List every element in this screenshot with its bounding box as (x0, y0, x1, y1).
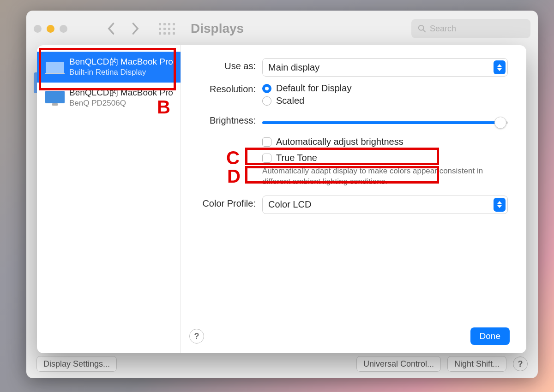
svg-point-0 (419, 25, 424, 30)
brightness-label: Brightness: (189, 113, 262, 126)
display-settings-button[interactable]: Display Settings... (36, 356, 117, 372)
window-title: Displays (191, 21, 244, 36)
universal-control-button[interactable]: Universal Control... (356, 356, 441, 372)
use-as-value: Main display (268, 62, 319, 73)
forward-icon[interactable] (131, 22, 140, 35)
auto-brightness-label: Automatically adjust brightness (276, 137, 403, 147)
search-input[interactable]: Search (411, 19, 530, 38)
annotation-label-d: D (227, 166, 241, 187)
done-button[interactable]: Done (470, 327, 510, 345)
stepper-icon (494, 60, 506, 74)
annotation-label-c: C (226, 148, 240, 168)
checkbox-unchecked-icon (262, 154, 271, 163)
color-profile-label: Color Profile: (189, 196, 262, 209)
resolution-scaled-label: Scaled (276, 95, 304, 106)
use-as-label: Use as: (189, 58, 262, 71)
toolbar: Displays Search (26, 11, 538, 47)
resolution-default-radio[interactable]: Default for Display (262, 83, 508, 94)
radio-unchecked-icon (262, 96, 271, 106)
search-icon (418, 24, 426, 33)
display-list: BenQLCD的 MacBook Pro Built-in Retina Dis… (37, 45, 181, 353)
resolution-scaled-radio[interactable]: Scaled (262, 95, 508, 106)
true-tone-description: Automatically adapt display to make colo… (262, 166, 508, 187)
display-settings-modal: BenQLCD的 MacBook Pro Built-in Retina Dis… (37, 45, 526, 353)
annotation-label-b: B (157, 97, 170, 118)
close-dot[interactable] (34, 25, 42, 33)
auto-brightness-checkbox[interactable]: Automatically adjust brightness (262, 137, 508, 147)
zoom-dot[interactable] (60, 25, 67, 33)
stepper-icon (494, 198, 506, 212)
true-tone-checkbox[interactable]: True Tone (262, 153, 508, 163)
laptop-icon (45, 59, 65, 73)
color-profile-value: Color LCD (268, 199, 311, 210)
display-item-builtin[interactable]: BenQLCD的 MacBook Pro Built-in Retina Dis… (37, 52, 181, 83)
display-item-title: BenQLCD的 MacBook Pro (69, 56, 173, 67)
search-placeholder: Search (430, 24, 456, 34)
brightness-slider[interactable] (262, 117, 508, 128)
resolution-label: Resolution: (189, 81, 262, 95)
svg-line-1 (423, 30, 426, 32)
settings-content: Use as: Main display Resolution: Default… (181, 45, 526, 353)
show-all-icon[interactable] (159, 23, 175, 35)
night-shift-button[interactable]: Night Shift... (447, 356, 506, 372)
checkbox-unchecked-icon (262, 137, 271, 147)
color-profile-select[interactable]: Color LCD (262, 196, 508, 214)
modal-help-button[interactable]: ? (189, 329, 204, 344)
use-as-select[interactable]: Main display (262, 58, 508, 77)
radio-checked-icon (262, 84, 271, 93)
back-icon[interactable] (106, 22, 115, 35)
help-button[interactable]: ? (513, 356, 528, 371)
display-item-subtitle: Built-in Retina Display (69, 67, 173, 77)
traffic-lights (34, 25, 67, 33)
bottom-bar: Display Settings... Universal Control...… (26, 352, 538, 375)
true-tone-label: True Tone (276, 153, 317, 163)
monitor-icon (45, 89, 65, 103)
minimize-dot[interactable] (47, 25, 54, 33)
resolution-default-label: Default for Display (276, 83, 351, 94)
